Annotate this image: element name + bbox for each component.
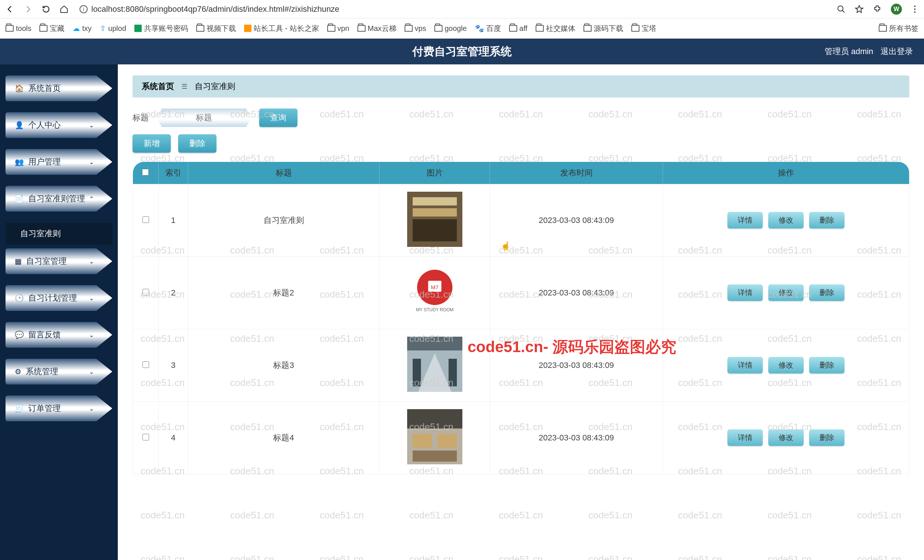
- sidebar-sub-rules[interactable]: 自习室准则: [6, 223, 112, 245]
- reload-icon[interactable]: [42, 5, 50, 13]
- cloud-icon: ☁: [72, 24, 80, 33]
- baidu-icon: 🐾: [475, 24, 484, 33]
- edit-button[interactable]: 修改: [768, 212, 804, 229]
- delete-row-button[interactable]: 删除: [809, 430, 844, 446]
- extensions-icon[interactable]: [873, 5, 882, 13]
- watermark-row: code51.cncode51.cncode51.cncode51.cncode…: [118, 510, 924, 521]
- detail-button[interactable]: 详情: [728, 284, 763, 301]
- forward-icon[interactable]: [24, 5, 32, 13]
- chevron-down-icon: ⌄: [89, 331, 94, 338]
- bookmark-baozang[interactable]: 宝藏: [39, 24, 64, 33]
- cell-title: 标题3: [188, 329, 380, 401]
- edit-button[interactable]: 修改: [768, 430, 804, 446]
- folder-icon: [327, 25, 335, 31]
- back-icon[interactable]: [6, 5, 14, 13]
- sidebar-item-feedback[interactable]: 💬留言反馈⌄: [6, 322, 112, 348]
- bookmark-aff[interactable]: aff: [509, 24, 528, 33]
- folder-icon: [39, 25, 48, 31]
- home-icon[interactable]: [60, 5, 69, 13]
- svg-point-0: [838, 6, 843, 11]
- sidebar-item-users[interactable]: 👥用户管理⌄: [6, 149, 112, 175]
- edit-button[interactable]: 修改: [768, 357, 804, 373]
- sidebar-item-profile[interactable]: 👤个人中心⌄: [6, 112, 112, 138]
- table-header-row: 索引 标题 图片 发布时间 操作: [133, 162, 909, 184]
- address-bar[interactable]: i localhost:8080/springboot4qp76/admin/d…: [75, 3, 830, 16]
- bookmark-vpn[interactable]: vpn: [327, 24, 350, 33]
- star-icon[interactable]: [855, 5, 864, 13]
- bookmark-zhanzhang[interactable]: 站长工具 - 站长之家: [244, 24, 319, 33]
- add-button[interactable]: 新增: [132, 134, 171, 153]
- breadcrumb-home[interactable]: 系统首页: [142, 81, 174, 92]
- title-input[interactable]: [156, 109, 252, 127]
- cell-time: 2023-03-03 08:43:09: [490, 184, 663, 256]
- bookmark-social[interactable]: 社交媒体: [536, 24, 575, 33]
- mouse-cursor: ☝: [501, 241, 511, 250]
- breadcrumb-sep-icon: ☰: [182, 82, 188, 90]
- row-checkbox[interactable]: [142, 216, 149, 223]
- bookmark-google[interactable]: google: [434, 24, 467, 33]
- folder-icon: [509, 25, 517, 31]
- bookmarks-bar: tools 宝藏 ☁txy ⇧uplod 共享账号密码 视频下载 站长工具 - …: [0, 18, 924, 39]
- profile-avatar[interactable]: W: [891, 4, 902, 15]
- sidebar-item-orders[interactable]: 🧾订单管理⌄: [6, 395, 112, 421]
- search-icon[interactable]: [837, 5, 846, 13]
- col-image: 图片: [380, 162, 490, 184]
- logout-link[interactable]: 退出登录: [880, 46, 913, 57]
- app-title: 付费自习室管理系统: [412, 44, 512, 59]
- grid-icon: ▦: [15, 257, 22, 266]
- sidebar-item-system[interactable]: ⚙系统管理⌄: [6, 359, 112, 385]
- clock-icon: 🕑: [15, 293, 24, 302]
- cell-image: [380, 329, 490, 401]
- bookmark-uplod[interactable]: ⇧uplod: [100, 24, 126, 33]
- detail-button[interactable]: 详情: [728, 430, 763, 446]
- thumbnail: [407, 409, 462, 464]
- bookmark-max[interactable]: Max云梯: [357, 24, 396, 33]
- doc-icon: 📄: [15, 194, 24, 203]
- url-text: localhost:8080/springboot4qp76/admin/dis…: [91, 4, 339, 14]
- cell-title: 标题4: [188, 401, 380, 474]
- chevron-down-icon: ⌄: [89, 258, 94, 265]
- cell-time: 2023-03-03 08:43:09: [490, 329, 663, 401]
- folder-icon: [6, 25, 14, 31]
- current-user[interactable]: 管理员 admin: [825, 46, 873, 57]
- col-ops: 操作: [663, 162, 909, 184]
- row-checkbox[interactable]: [142, 289, 149, 295]
- detail-button[interactable]: 详情: [728, 212, 763, 229]
- cell-title: 标题2: [188, 256, 380, 329]
- row-checkbox[interactable]: [142, 434, 149, 440]
- users-icon: 👥: [15, 157, 24, 166]
- bookmark-source[interactable]: 源码下载: [584, 24, 623, 33]
- bookmark-baidu[interactable]: 🐾百度: [475, 24, 501, 33]
- sidebar-item-rules[interactable]: 📄自习室准则管理⌃: [6, 186, 112, 211]
- edit-button[interactable]: 修改: [768, 284, 804, 301]
- select-all-checkbox[interactable]: [142, 169, 149, 175]
- delete-row-button[interactable]: 删除: [809, 357, 844, 373]
- table-row: 4 标题4 2023-03-03 08:43:09 详情 修改 删除: [133, 401, 909, 474]
- sidebar-item-room[interactable]: ▦自习室管理⌄: [6, 249, 112, 274]
- chevron-down-icon: ⌄: [89, 159, 94, 166]
- sidebar-item-home[interactable]: 🏠系统首页: [6, 75, 112, 101]
- app-header: 付费自习室管理系统 管理员 admin 退出登录: [0, 39, 924, 64]
- menu-icon[interactable]: [911, 5, 918, 13]
- bookmark-baota[interactable]: 宝塔: [632, 24, 656, 33]
- delete-row-button[interactable]: 删除: [809, 212, 844, 229]
- bookmark-vps[interactable]: vps: [405, 24, 426, 33]
- delete-row-button[interactable]: 删除: [809, 284, 844, 301]
- search-button[interactable]: 查询: [259, 109, 297, 127]
- breadcrumb-current: 自习室准则: [195, 81, 235, 92]
- chevron-up-icon: ⌃: [89, 195, 94, 202]
- sidebar-item-plan[interactable]: 🕑自习计划管理⌄: [6, 285, 112, 311]
- bookmark-tools[interactable]: tools: [6, 24, 31, 33]
- cell-index: 3: [159, 329, 188, 401]
- col-title: 标题: [188, 162, 380, 184]
- bookmark-share[interactable]: 共享账号密码: [134, 24, 188, 33]
- cell-image: [380, 184, 490, 256]
- cell-image: [380, 256, 490, 329]
- bookmark-txy[interactable]: ☁txy: [72, 24, 92, 33]
- detail-button[interactable]: 详情: [728, 357, 763, 373]
- bookmark-video[interactable]: 视频下载: [196, 24, 236, 33]
- delete-button[interactable]: 删除: [178, 134, 216, 153]
- cell-title: 自习室准则: [188, 184, 380, 256]
- bookmark-all[interactable]: 所有书签: [879, 24, 918, 33]
- row-checkbox[interactable]: [142, 361, 149, 368]
